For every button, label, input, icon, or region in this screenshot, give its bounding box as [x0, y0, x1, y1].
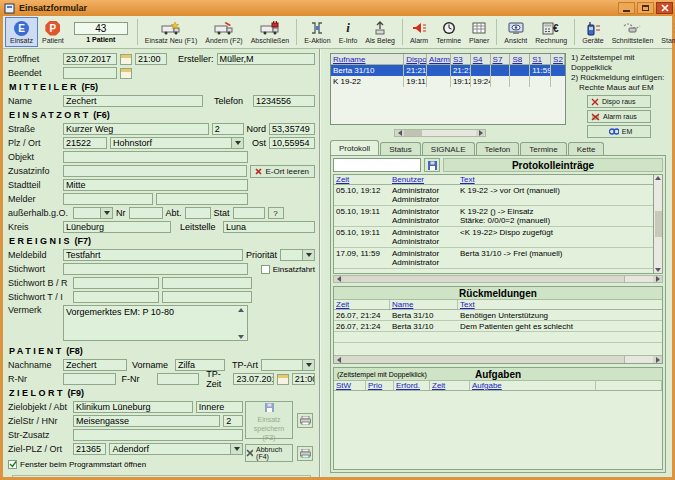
telefon-field[interactable]: 1234556: [253, 95, 315, 107]
ziel-abt-field[interactable]: Innere: [196, 401, 243, 413]
rueckmeldungen-hscrollbar[interactable]: [334, 355, 662, 363]
col-s7[interactable]: S7: [491, 54, 511, 64]
aendern-button[interactable]: Ändern (F2): [201, 17, 246, 47]
rechnung-button[interactable]: € Rechnung: [531, 17, 571, 47]
stat-field[interactable]: [233, 207, 265, 219]
r-nr-field[interactable]: [63, 373, 116, 385]
protokoll-row[interactable]: 17.09, 11:59 Administrator Administrator…: [334, 248, 653, 269]
scroll-thumb[interactable]: [655, 211, 662, 237]
col-s3[interactable]: S3: [451, 54, 471, 64]
chevron-down-icon[interactable]: [303, 359, 315, 371]
geraete-button[interactable]: Geräte: [578, 17, 607, 47]
vehicle-row[interactable]: Berta 31/10 21:21 21:21 11:59: [331, 65, 565, 76]
tp-zeit-date-field[interactable]: 23.07.2017: [233, 373, 273, 385]
chevron-down-icon[interactable]: [101, 207, 113, 219]
einsatzfahrt-checkbox[interactable]: [261, 265, 270, 274]
abt-field[interactable]: [185, 207, 211, 219]
stichwort-ti-field-1[interactable]: [73, 291, 159, 303]
vehicle-row[interactable]: K 19-22 19:11 19:12 19:24: [331, 76, 565, 87]
alarm-raus-button[interactable]: Alarm raus: [587, 110, 651, 123]
schnittstellen-button[interactable]: Schnittstellen: [608, 17, 658, 47]
ansicht-button[interactable]: Ansicht: [500, 17, 531, 47]
e-aktion-button[interactable]: E-Aktion: [300, 17, 334, 47]
tab-telefon[interactable]: Telefon: [476, 142, 520, 155]
e-ort-leeren-button[interactable]: E-Ort leeren: [250, 165, 315, 178]
planer-button[interactable]: Planer: [465, 17, 493, 47]
mitteiler-name-field[interactable]: Zechert: [63, 95, 203, 107]
ort-select[interactable]: Hohnstorf: [110, 137, 244, 149]
beendet-date-field[interactable]: [63, 67, 117, 79]
scroll-thumb[interactable]: [343, 356, 625, 363]
minimize-button[interactable]: [618, 2, 635, 14]
zusatzinfo-field[interactable]: [63, 165, 247, 177]
col-text[interactable]: Text: [458, 175, 653, 184]
calendar-icon[interactable]: [277, 374, 289, 385]
chevron-down-icon[interactable]: [232, 137, 244, 149]
ziel-hnr-field[interactable]: 2: [223, 415, 243, 427]
calendar-icon[interactable]: [120, 54, 132, 65]
ost-field[interactable]: 10,55954: [269, 137, 315, 149]
ersteller-field[interactable]: Müller,M: [217, 53, 315, 65]
col-stw[interactable]: StW: [334, 381, 366, 390]
scroll-right-icon[interactable]: [653, 276, 662, 282]
print-button[interactable]: [297, 413, 313, 428]
nord-field[interactable]: 53,35749: [269, 123, 315, 135]
tab-protokoll[interactable]: Protokoll: [330, 140, 379, 155]
col-alarm[interactable]: Alarm: [427, 54, 451, 64]
col-rufname[interactable]: Rufname: [331, 54, 404, 64]
col-s4[interactable]: S4: [471, 54, 491, 64]
eroeffnet-date-field[interactable]: 23.07.2017: [63, 53, 117, 65]
rueckmeldung-row[interactable]: 26.07, 21:24 Berta 31/10 Dem Patienten g…: [334, 321, 662, 332]
em-button[interactable]: EM: [587, 125, 651, 138]
leitstelle-field[interactable]: Luna: [223, 221, 315, 233]
chevron-down-icon[interactable]: [303, 249, 315, 261]
stadtteil-field[interactable]: Mitte: [63, 179, 248, 191]
meldebild-field[interactable]: Testfahrt: [63, 249, 243, 261]
ziel-ort-select[interactable]: Adendorf: [109, 443, 243, 455]
termine-button[interactable]: Termine: [432, 17, 465, 47]
objekt-field[interactable]: [63, 151, 248, 163]
col-s1[interactable]: S1: [530, 54, 551, 64]
vehicle-table-hscrollbar[interactable]: [394, 129, 486, 137]
scroll-left-icon[interactable]: [395, 130, 404, 136]
protokoll-row[interactable]: 05.10, 19:11 Administrator Administrator…: [334, 227, 653, 248]
rueckmeldung-row[interactable]: 26.07, 21:24 Berta 31/10 Benötigen Unter…: [334, 310, 662, 321]
scroll-down-icon[interactable]: [655, 268, 661, 272]
plz-field[interactable]: 21522: [63, 137, 107, 149]
calendar-icon[interactable]: [120, 68, 132, 79]
startup-checkbox[interactable]: [8, 460, 17, 469]
protokoll-filter-input[interactable]: [333, 158, 421, 172]
protokoll-row[interactable]: 05.10, 19:12 Administrator Administrator…: [334, 185, 653, 206]
maximize-button[interactable]: [637, 2, 654, 14]
scroll-down-icon[interactable]: [238, 335, 244, 339]
scroll-up-icon[interactable]: [238, 308, 244, 312]
scroll-right-icon[interactable]: [653, 356, 662, 363]
zielstr-field[interactable]: Meisengasse: [73, 415, 220, 427]
scroll-thumb[interactable]: [343, 276, 625, 282]
scroll-left-icon[interactable]: [334, 356, 343, 363]
col-s8[interactable]: S8: [510, 54, 530, 64]
col-s2[interactable]: S2: [551, 54, 565, 64]
eroeffnet-time-field[interactable]: 21:00: [135, 53, 167, 65]
stichwort-ti-field-2[interactable]: [162, 291, 252, 303]
prioritaet-select[interactable]: [280, 249, 315, 261]
hausnr-field[interactable]: 2: [212, 123, 244, 135]
strasse-field[interactable]: Kurzer Weg: [63, 123, 209, 135]
kreis-field[interactable]: Lüneburg: [63, 221, 171, 233]
einsatz-speichern-button[interactable]: Einsatz speichern (F3): [245, 401, 293, 439]
stichwort-br-field-2[interactable]: [162, 277, 252, 289]
ziel-plz-field[interactable]: 21365: [73, 443, 106, 455]
als-beleg-button[interactable]: Als Beleg: [361, 17, 399, 47]
scroll-right-icon[interactable]: [476, 130, 485, 136]
zielobjekt-field[interactable]: Klinikum Lüneburg: [73, 401, 193, 413]
tab-kette[interactable]: Kette: [568, 142, 605, 155]
ausserhalb-select[interactable]: [73, 207, 113, 219]
einsatz-toolbar-button[interactable]: E Einsatz: [5, 17, 38, 47]
col-text[interactable]: Text: [458, 300, 662, 309]
stammdaten-button[interactable]: Stammdaten: [657, 17, 675, 47]
patient-toolbar-button[interactable]: P Patient: [38, 17, 68, 47]
close-button[interactable]: [656, 2, 673, 14]
stichwort-field[interactable]: [63, 263, 248, 275]
col-aufgabe[interactable]: Aufgabe: [470, 381, 596, 390]
col-dispo[interactable]: Dispo: [404, 54, 427, 64]
